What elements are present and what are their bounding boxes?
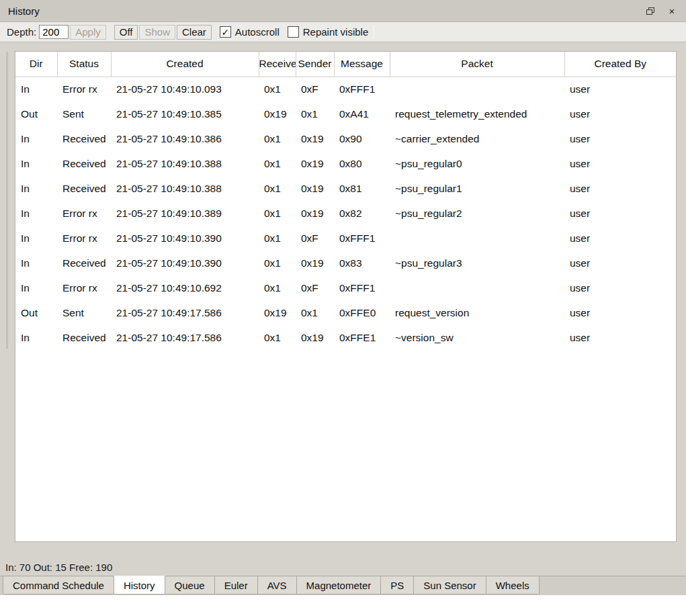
table-row[interactable]: InReceived21-05-27 10:49:10.3880x10x190x… bbox=[15, 151, 676, 176]
table-cell: 0x1 bbox=[296, 300, 334, 325]
table-cell: 0x19 bbox=[296, 151, 334, 176]
table-cell: In bbox=[15, 126, 57, 151]
table-cell: In bbox=[15, 176, 57, 201]
table-cell: user bbox=[564, 300, 676, 325]
table-cell: 21-05-27 10:49:10.390 bbox=[111, 251, 259, 275]
table-cell: In bbox=[15, 77, 57, 101]
table-cell: 0x1 bbox=[296, 101, 334, 126]
history-table: DirStatusCreatedReceiverSenderMessagePac… bbox=[15, 52, 676, 350]
table-cell: 0x1 bbox=[259, 275, 296, 300]
table-cell: 0x1 bbox=[259, 325, 296, 350]
table-header-row: DirStatusCreatedReceiverSenderMessagePac… bbox=[15, 52, 676, 77]
table-cell: 21-05-27 10:49:17.586 bbox=[111, 300, 259, 325]
table-cell: 21-05-27 10:49:10.692 bbox=[111, 275, 259, 300]
tab-euler[interactable]: Euler bbox=[214, 576, 258, 595]
apply-button[interactable]: Apply bbox=[70, 25, 106, 40]
clear-button[interactable]: Clear bbox=[177, 25, 212, 40]
depth-input[interactable] bbox=[39, 25, 69, 39]
check-icon: ✓ bbox=[221, 28, 229, 37]
tab-sun-sensor[interactable]: Sun Sensor bbox=[413, 576, 486, 595]
repaint-label: Repaint visible bbox=[303, 26, 369, 38]
table-row[interactable]: InError rx21-05-27 10:49:10.6920x10xF0xF… bbox=[15, 275, 676, 300]
table-row[interactable]: OutSent21-05-27 10:49:10.3850x190x10xA41… bbox=[15, 101, 676, 126]
table-cell: ~carrier_extended bbox=[390, 126, 564, 151]
table-cell: In bbox=[15, 151, 57, 176]
table-row[interactable]: InReceived21-05-27 10:49:10.3880x10x190x… bbox=[15, 176, 676, 201]
table-cell: 0x1 bbox=[259, 251, 296, 275]
table-cell: In bbox=[15, 325, 57, 350]
close-button[interactable]: × bbox=[663, 3, 681, 18]
table-cell: ~psu_regular0 bbox=[390, 151, 564, 176]
column-header[interactable]: Dir bbox=[15, 52, 57, 77]
table-cell: Received bbox=[57, 325, 111, 350]
tab-magnetometer[interactable]: Magnetometer bbox=[296, 576, 382, 595]
table-cell: 0xFFE0 bbox=[334, 300, 390, 325]
column-header[interactable]: Packet bbox=[390, 52, 564, 77]
table-cell: 0xFFF1 bbox=[334, 226, 390, 251]
table-cell: user bbox=[564, 101, 676, 126]
table-cell: 21-05-27 10:49:10.390 bbox=[111, 226, 259, 251]
table-cell: user bbox=[564, 275, 676, 300]
column-header[interactable]: Status bbox=[57, 52, 111, 77]
table-cell: Received bbox=[57, 126, 111, 151]
table-cell: Out bbox=[15, 300, 57, 325]
table-cell bbox=[390, 275, 564, 300]
table-cell: 21-05-27 10:49:10.388 bbox=[111, 176, 259, 201]
toolbar: Depth: Apply Off Show Clear ✓ Autoscroll… bbox=[0, 22, 686, 42]
table-cell: user bbox=[564, 325, 676, 350]
table-cell: 0xFFF1 bbox=[334, 275, 390, 300]
table-row[interactable]: InError rx21-05-27 10:49:10.3890x10x190x… bbox=[15, 201, 676, 226]
table-row[interactable]: OutSent21-05-27 10:49:17.5860x190x10xFFE… bbox=[15, 300, 676, 325]
table-row[interactable]: InReceived21-05-27 10:49:17.5860x10x190x… bbox=[15, 325, 676, 350]
tab-command-schedule[interactable]: Command Schedule bbox=[3, 576, 114, 595]
table-cell: 0xF bbox=[296, 77, 334, 101]
table-cell: ~version_sw bbox=[390, 325, 564, 350]
show-button[interactable]: Show bbox=[139, 25, 175, 40]
table-row[interactable]: InError rx21-05-27 10:49:10.0930x10xF0xF… bbox=[15, 77, 676, 101]
table-cell: 21-05-27 10:49:10.385 bbox=[111, 101, 259, 126]
table-cell: 0x81 bbox=[334, 176, 390, 201]
table-cell: Error rx bbox=[57, 201, 111, 226]
table-cell: In bbox=[15, 226, 57, 251]
table-cell: 21-05-27 10:49:10.093 bbox=[111, 77, 259, 101]
repaint-checkbox[interactable] bbox=[288, 26, 299, 38]
tab-wheels[interactable]: Wheels bbox=[486, 576, 540, 595]
table-cell: user bbox=[564, 201, 676, 226]
table-row[interactable]: InReceived21-05-27 10:49:10.3860x10x190x… bbox=[15, 126, 676, 151]
tabbar: Command ScheduleHistoryQueueEulerAVSMagn… bbox=[0, 576, 686, 595]
table-cell: 0xA41 bbox=[334, 101, 390, 126]
table-cell: 0x19 bbox=[296, 126, 334, 151]
table-row[interactable]: InError rx21-05-27 10:49:10.3900x10xF0xF… bbox=[15, 226, 676, 251]
bottom-strip bbox=[0, 595, 686, 616]
table-cell: Sent bbox=[57, 101, 111, 126]
column-header[interactable]: Message bbox=[334, 52, 390, 77]
table-cell: request_version bbox=[390, 300, 564, 325]
tab-ps[interactable]: PS bbox=[380, 576, 414, 595]
titlebar: History × bbox=[0, 0, 686, 22]
table-cell: request_telemetry_extended bbox=[390, 101, 564, 126]
table-cell: Error rx bbox=[57, 77, 111, 101]
tab-avs[interactable]: AVS bbox=[257, 576, 297, 595]
column-header[interactable]: Created By bbox=[564, 52, 676, 77]
tab-queue[interactable]: Queue bbox=[165, 576, 215, 595]
table-cell: user bbox=[564, 176, 676, 201]
tab-history[interactable]: History bbox=[114, 576, 165, 595]
vertical-divider bbox=[6, 52, 8, 349]
column-header[interactable]: Created bbox=[111, 52, 259, 77]
table-cell bbox=[390, 226, 564, 251]
column-header[interactable]: Receiver bbox=[259, 52, 296, 77]
table-cell: 0x1 bbox=[259, 77, 296, 101]
table-cell: 0x1 bbox=[259, 126, 296, 151]
content-area: DirStatusCreatedReceiverSenderMessagePac… bbox=[0, 42, 686, 558]
column-header[interactable]: Sender bbox=[296, 52, 334, 77]
table-cell: ~psu_regular3 bbox=[390, 251, 564, 275]
autoscroll-label: Autoscroll bbox=[235, 26, 280, 38]
restore-button[interactable] bbox=[642, 3, 659, 18]
table-cell: Received bbox=[57, 176, 111, 201]
table-cell: 21-05-27 10:49:17.586 bbox=[111, 325, 259, 350]
table-cell: 0x82 bbox=[334, 201, 390, 226]
autoscroll-checkbox[interactable]: ✓ bbox=[220, 26, 231, 38]
table-cell: 21-05-27 10:49:10.388 bbox=[111, 151, 259, 176]
off-button[interactable]: Off bbox=[114, 25, 138, 40]
table-row[interactable]: InReceived21-05-27 10:49:10.3900x10x190x… bbox=[15, 251, 676, 275]
